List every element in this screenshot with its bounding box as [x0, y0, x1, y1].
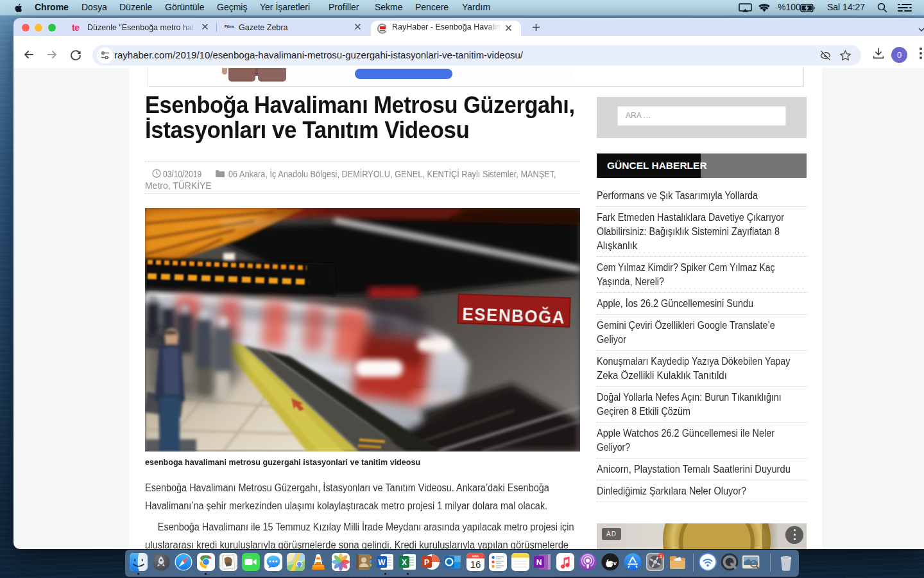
svg-text:1: 1 — [659, 554, 662, 559]
svg-text:ARA: ARA — [472, 554, 479, 558]
svg-text:P: P — [424, 558, 429, 567]
svg-text:W: W — [378, 558, 386, 567]
svg-text:N: N — [536, 558, 542, 567]
svg-text:X: X — [401, 558, 406, 567]
svg-text:ESENBOĞA: ESENBOĞA — [462, 304, 566, 328]
svg-text:tv: tv — [611, 559, 617, 566]
svg-text:16: 16 — [470, 559, 481, 570]
